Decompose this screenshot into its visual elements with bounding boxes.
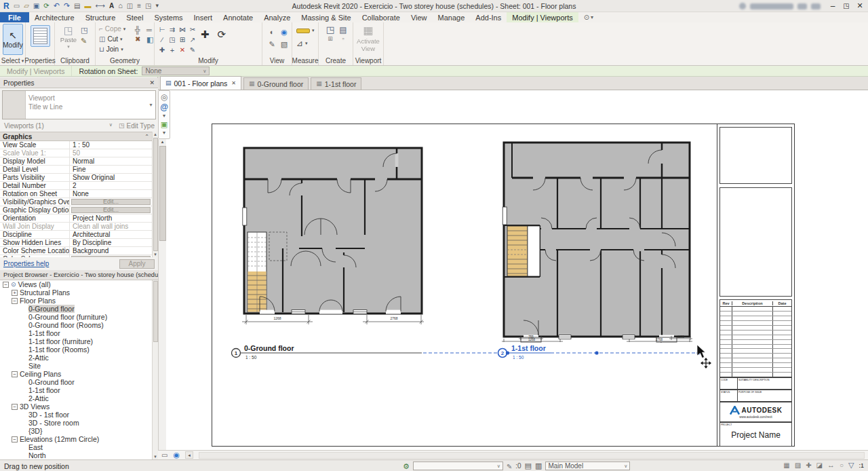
join-icon[interactable]: ⊔ — [99, 46, 104, 53]
thin-lines-icon[interactable]: ≡ — [137, 3, 141, 10]
plan-tab-icon[interactable]: ▦ — [316, 81, 322, 87]
copy-to-clipboard-icon[interactable]: ◳ — [81, 26, 87, 34]
create-similar-icon[interactable]: ▫ — [342, 36, 344, 42]
properties-help-link[interactable]: Properties help — [3, 260, 49, 267]
expand-node-icon[interactable]: + — [12, 290, 18, 296]
browser-item-2-attic[interactable]: 2-Attic — [0, 394, 152, 402]
property-row-display-model[interactable]: Display ModelNormal — [0, 157, 152, 166]
property-value[interactable]: Architectural — [70, 231, 152, 238]
cut-geometry-icon[interactable]: ◫ — [99, 36, 105, 43]
ribbon-tab-systems[interactable]: Systems — [149, 12, 188, 22]
browser-item-1-1st-floor[interactable]: 1-1st floor — [0, 329, 152, 337]
chevron-down-icon[interactable]: ▾ — [163, 113, 165, 119]
apply-button[interactable]: Apply — [119, 259, 155, 269]
property-row-discipline[interactable]: DisciplineArchitectural — [0, 231, 152, 239]
user-account-blurred[interactable] — [739, 3, 821, 10]
ribbon-tab-analyze[interactable]: Analyze — [258, 12, 296, 22]
property-row-detail-level[interactable]: Detail LevelFine — [0, 166, 152, 174]
property-value[interactable]: Project North — [70, 214, 152, 222]
ribbon-tab-manage[interactable]: Manage — [433, 12, 471, 22]
ribbon-tab-architecture[interactable]: Architecture — [29, 12, 80, 22]
browser-item-elevations-12mm-circle[interactable]: −Elevations (12mm Circle) — [0, 435, 152, 443]
property-row-graphic-display-options[interactable]: Graphic Display OptionsEdit... — [0, 206, 152, 214]
property-value[interactable]: Show Original — [70, 174, 152, 181]
properties-toggle-button[interactable] — [31, 25, 50, 47]
close-properties-icon[interactable]: ✕ — [149, 79, 155, 86]
filter-icon[interactable]: ▽ — [848, 461, 854, 469]
undo-icon[interactable]: ↶ — [54, 2, 60, 10]
chevron-down-icon[interactable]: ▾ — [591, 15, 593, 20]
browser-item-0-ground-floor[interactable]: 0-Ground floor — [0, 305, 152, 313]
property-row-show-hidden-lines[interactable]: Show Hidden LinesBy Discipline — [0, 239, 152, 247]
ribbon-tab-add-ins[interactable]: Add-Ins — [470, 12, 507, 22]
close-view-tab-icon[interactable]: ✕ — [231, 80, 236, 86]
ribbon-tab-steel[interactable]: Steel — [121, 12, 149, 22]
browser-item-ceiling-plans[interactable]: −Ceiling Plans — [0, 370, 152, 378]
trim-icon[interactable]: ∕ — [161, 37, 163, 43]
collapse-node-icon[interactable]: − — [12, 298, 18, 304]
collapse-node-icon[interactable]: − — [12, 436, 18, 442]
match-type-icon[interactable]: ✎ — [81, 37, 87, 45]
property-value[interactable]: 2 — [70, 182, 152, 189]
switch-windows-icon[interactable]: ◳ — [145, 3, 151, 10]
unpin-icon[interactable]: + — [170, 47, 174, 54]
view-tools[interactable]: ◐◉✎▧ — [267, 26, 290, 50]
worksets-icon[interactable]: ⚙ — [403, 463, 410, 470]
browser-item-structural-plans[interactable]: +Structural Plans — [0, 288, 152, 297]
sheet-tab-icon[interactable]: ▤ — [165, 80, 172, 86]
minimize-button[interactable]: – — [826, 0, 840, 12]
activate-view-button[interactable]: ▦ Activate View — [353, 25, 383, 52]
geometry-tools[interactable]: ╬═✖◧ — [135, 26, 156, 43]
sync-icon[interactable]: ⟳ — [43, 3, 49, 10]
browser-item-0-ground-floor[interactable]: 0-Ground floor — [0, 378, 152, 386]
aligned-dimension-icon[interactable]: ⟷ — [96, 3, 105, 10]
browser-item-1-1st-floor-furniture[interactable]: 1-1st floor (furniture) — [0, 337, 152, 345]
window-controls[interactable]: –◳✕ — [826, 0, 867, 12]
viewport-ground-floor[interactable]: 1268 2768 — [241, 143, 425, 333]
scroll-left-icon[interactable]: ◂ — [185, 451, 193, 459]
view-tab-1-1st-floor[interactable]: ▦1-1st floor — [311, 77, 361, 90]
browser-item-north[interactable]: North — [0, 451, 152, 459]
graphics-group-header[interactable]: Graphics ⌃ — [0, 132, 152, 141]
create-tools[interactable]: ◳▤⊞▫ — [324, 25, 348, 42]
design-option-picker-icon[interactable]: ▥ — [535, 462, 542, 470]
wall-joins-icon[interactable]: ╬ — [135, 26, 144, 34]
view-scale-icon[interactable]: ▭ — [161, 452, 167, 459]
type-selector[interactable]: Viewport Title w Line ▾ — [2, 90, 156, 119]
drag-handle-mid[interactable] — [595, 351, 598, 354]
rotate-icon[interactable]: ⟳ — [218, 29, 226, 39]
browser-item-east[interactable]: East — [0, 443, 152, 451]
ribbon-tab-annotate[interactable]: Annotate — [218, 12, 258, 22]
collapse-node-icon[interactable]: − — [12, 371, 18, 377]
restore-button[interactable]: ◳ — [840, 0, 853, 12]
properties-scrollbar[interactable]: ▴▾ — [152, 132, 158, 257]
text-note-icon[interactable]: A — [109, 3, 114, 10]
open-icon[interactable]: ▱ — [24, 3, 29, 10]
properties-filter-dropdown[interactable]: Viewports (1)∨ — [2, 122, 115, 130]
browser-scrollbar[interactable]: ▾ — [152, 280, 158, 459]
select-underlay-icon[interactable]: ▨ — [795, 462, 801, 469]
modify-state-icon[interactable]: ⊙ — [584, 14, 589, 21]
cope-button[interactable]: ⌐Cope▾ — [99, 24, 125, 33]
property-row-wall-join-display[interactable]: Wall Join DisplayClean all wall joins — [0, 223, 152, 231]
revit-logo-icon[interactable]: R — [3, 2, 9, 10]
browser-item-site[interactable]: Site — [0, 362, 152, 370]
section-icon[interactable]: ◫ — [127, 3, 133, 10]
offset-icon[interactable]: ⇉ — [170, 26, 175, 33]
property-row-detail-number[interactable]: Detail Number2 — [0, 182, 152, 190]
avatar[interactable] — [739, 3, 746, 10]
property-value[interactable]: 50 — [70, 149, 152, 157]
join-button[interactable]: ⊔Join▾ — [99, 45, 125, 54]
ribbon-tab-structure[interactable]: Structure — [80, 12, 121, 22]
split-icon[interactable]: ✂ — [190, 26, 195, 33]
redo-icon[interactable]: ↷ — [64, 2, 70, 10]
recent-documents-icon[interactable]: ▭ — [14, 3, 20, 10]
ribbon-tab-file[interactable]: File — [0, 12, 29, 22]
view-tab-0-ground-floor[interactable]: ▦0-Ground floor — [243, 77, 309, 90]
property-row-view-scale[interactable]: View Scale1 : 50 — [0, 141, 152, 149]
browser-item-3d-store-room[interactable]: 3D - Store room — [0, 419, 152, 427]
browser-item-0-ground-floor-furniture[interactable]: 0-Ground floor (furniture) — [0, 313, 152, 321]
design-options-icon[interactable]: ▤ — [525, 462, 532, 470]
pin-icon[interactable]: ✚ — [159, 47, 165, 54]
browser-item-0-ground-floor-rooms[interactable]: 0-Ground floor (Rooms) — [0, 321, 152, 329]
